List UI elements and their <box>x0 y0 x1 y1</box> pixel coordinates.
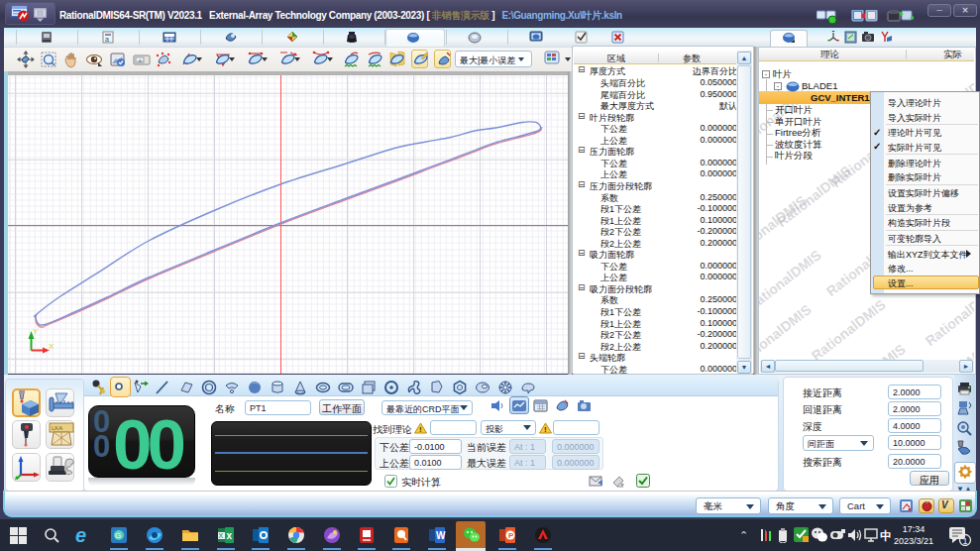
svg-text:Y: Y <box>33 327 39 336</box>
svg-text:LKA: LKA <box>52 425 62 431</box>
svg-text:a: a <box>105 36 109 43</box>
svg-text:G: G <box>115 531 121 540</box>
svg-text:1: 1 <box>963 536 968 546</box>
svg-text:!: ! <box>544 425 547 434</box>
svg-text:P: P <box>508 531 514 540</box>
svg-text:-a-: -a- <box>137 57 143 63</box>
svg-text:e: e <box>75 526 86 544</box>
svg-text:!: ! <box>419 425 422 434</box>
svg-text:X: X <box>49 342 54 351</box>
svg-text:X: X <box>219 532 224 539</box>
svg-text:W: W <box>436 530 446 541</box>
svg-text:x: x <box>227 530 233 541</box>
